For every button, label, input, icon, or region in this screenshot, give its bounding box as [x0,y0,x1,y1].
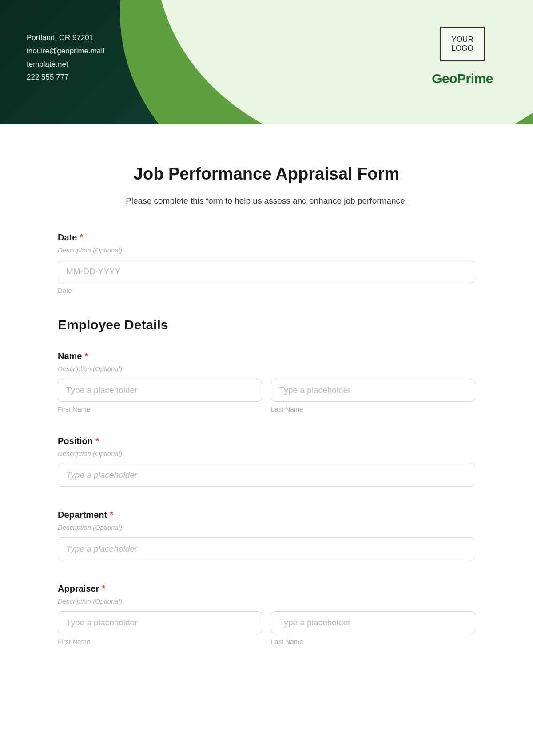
field-date: Date * Description (Optional) Date [58,232,475,294]
contact-website: template.net [27,58,104,71]
contact-block: Portland, OR 97201 inquire@geoprime.mail… [27,31,104,84]
brand-name: GeoPrime [432,71,493,86]
field-position: Position * Description (Optional) [58,436,475,487]
first-name-sublabel: First Name [58,405,262,413]
date-description: Description (Optional) [58,246,475,254]
required-mark: * [80,232,83,243]
contact-address: Portland, OR 97201 [27,31,104,44]
date-label: Date [58,232,77,243]
contact-phone: 222 555 777 [27,71,104,84]
logo-placeholder: YOUR LOGO [440,27,485,61]
logo-text-2: LOGO [452,44,473,53]
appraiser-last-name-input[interactable] [271,611,475,634]
name-label: Name [58,351,82,361]
last-name-sublabel: Last Name [271,405,475,413]
logo-text-1: YOUR [452,35,473,44]
name-description: Description (Optional) [58,365,475,372]
position-label: Position [58,436,93,446]
department-label: Department [58,510,107,520]
first-name-input[interactable] [58,379,262,402]
position-input[interactable] [58,464,475,487]
field-appraiser: Appraiser * Description (Optional) First… [58,584,475,645]
required-mark: * [84,351,88,361]
required-mark: * [95,436,99,446]
appraiser-description: Description (Optional) [58,597,475,605]
contact-email: inquire@geoprime.mail [27,44,104,58]
required-mark: * [110,510,113,520]
form-subtitle: Please complete this form to help us ass… [58,196,475,206]
section-employee-details: Employee Details [58,317,475,332]
required-mark: * [102,584,105,594]
date-sublabel: Date [58,287,475,294]
appraiser-last-name-sublabel: Last Name [271,638,475,645]
field-name: Name * Description (Optional) First Name… [58,351,475,413]
last-name-input[interactable] [271,379,475,402]
appraiser-first-name-input[interactable] [58,611,262,634]
logo-area: YOUR LOGO GeoPrime [432,27,493,86]
appraiser-first-name-sublabel: First Name [58,638,262,645]
header-banner: Portland, OR 97201 inquire@geoprime.mail… [0,0,533,124]
department-input[interactable] [58,537,475,560]
field-department: Department * Description (Optional) [58,510,475,560]
form-content: Job Performance Appraisal Form Please co… [0,124,533,686]
appraiser-label: Appraiser [58,584,99,594]
position-description: Description (Optional) [58,450,475,457]
department-description: Description (Optional) [58,524,475,531]
date-input[interactable] [58,260,475,283]
form-title: Job Performance Appraisal Form [58,164,475,184]
